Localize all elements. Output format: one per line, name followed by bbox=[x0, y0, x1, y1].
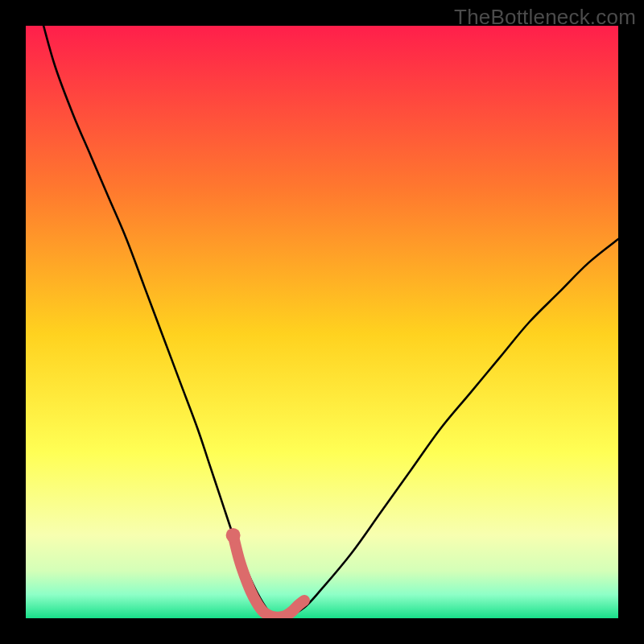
chart-frame: TheBottleneck.com bbox=[0, 0, 644, 644]
highlight-start-dot bbox=[226, 528, 241, 543]
plot-area bbox=[26, 26, 618, 618]
chart-svg bbox=[26, 26, 618, 618]
